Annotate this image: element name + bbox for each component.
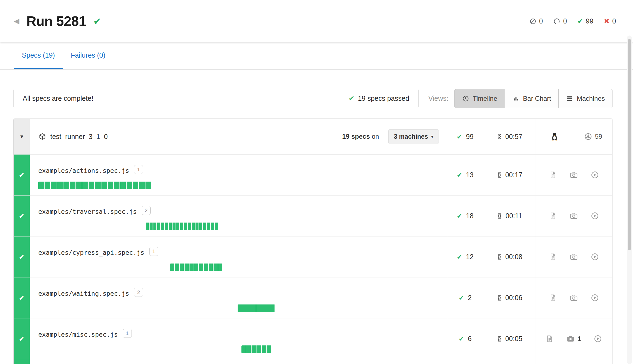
view-bar-chart-label: Bar Chart	[523, 95, 551, 102]
group-collapse-button[interactable]: ▾	[14, 119, 30, 154]
view-timeline-button[interactable]: Timeline	[454, 89, 505, 108]
output-log-icon[interactable]	[549, 253, 557, 261]
spec-file-name[interactable]: examples/traversal.spec.js	[38, 208, 137, 215]
group-info-cell: test_runner_3_1_0 19 specs on 3 machines…	[30, 119, 447, 154]
check-icon: ✔	[19, 253, 25, 261]
spec-passed-cell: ✔ 13	[447, 155, 483, 195]
spec-artifacts-cell	[535, 277, 612, 318]
screenshots-icon	[566, 335, 575, 343]
check-icon: ✔	[457, 212, 462, 219]
hourglass-icon	[496, 172, 503, 178]
video-play-icon[interactable]	[591, 253, 599, 261]
hourglass-icon	[496, 295, 503, 301]
header: ◀ Run 5281 ✔ 0 0 ✔ 99 ✖ 0	[0, 0, 633, 42]
spec-duration: 00:08	[505, 253, 523, 261]
screenshots-icon[interactable]	[570, 171, 578, 179]
output-log-icon[interactable]	[546, 335, 554, 343]
machines-icon	[566, 95, 573, 102]
spec-passed-count: 18	[466, 212, 474, 220]
spec-cell: examples/cypress_api.spec.js 1	[30, 236, 447, 277]
machines-dropdown[interactable]: 3 machines ▾	[388, 129, 439, 144]
spec-machine-badge: 1	[123, 329, 132, 338]
screenshots-icon[interactable]	[570, 212, 578, 220]
spec-artifacts-cell	[535, 155, 612, 195]
output-log-icon[interactable]	[549, 294, 557, 302]
spec-file-name[interactable]: examples/actions.spec.js	[38, 167, 129, 174]
toolbar: All specs are complete! ✔ 19 specs passe…	[13, 89, 612, 108]
spec-duration-cell: 00:17	[483, 155, 535, 195]
spec-machine-badge: 1	[134, 165, 143, 174]
stat-passed-count: 99	[586, 17, 593, 25]
spec-status-strip: ✔	[14, 155, 30, 195]
stat-passed: ✔ 99	[577, 17, 593, 25]
tab-failures[interactable]: Failures (0)	[63, 42, 113, 69]
check-icon: ✔	[19, 171, 25, 179]
video-play-icon[interactable]	[591, 212, 599, 220]
spec-passed-cell: ✔ 2	[447, 277, 483, 318]
spec-row: ✔ examples/actions.spec.js 1 ✔ 13 00:17	[14, 154, 612, 195]
group-duration: 00:57	[505, 133, 523, 141]
group-passed-cell: ✔ 99	[447, 119, 483, 154]
spec-file-name[interactable]: examples/misc.spec.js	[38, 331, 118, 338]
view-bar-chart-button[interactable]: Bar Chart	[505, 89, 559, 108]
group-duration-cell: 00:57	[483, 119, 535, 154]
spec-machine-badge: 2	[142, 206, 151, 215]
back-button[interactable]: ◀	[14, 17, 19, 25]
spec-file-name[interactable]: examples/waiting.spec.js	[38, 290, 129, 297]
timeline-bar[interactable]	[241, 345, 272, 353]
spec-row: ✔ examples/cypress_api.spec.js 1 ✔ 12 00…	[14, 236, 612, 277]
video-play-icon[interactable]	[594, 335, 602, 343]
screenshots-icon[interactable]	[570, 253, 578, 261]
spec-cell: examples/misc.spec.js 1	[30, 318, 447, 359]
screenshots-count: 1	[577, 335, 581, 343]
spec-duration-cell: 00:08	[483, 236, 535, 277]
scrollbar-thumb[interactable]	[628, 39, 631, 250]
spec-passed-count: 12	[466, 253, 474, 261]
os-cell	[535, 119, 574, 154]
view-machines-label: Machines	[577, 95, 605, 102]
output-log-icon[interactable]	[549, 171, 557, 179]
bar-chart-icon	[512, 95, 520, 102]
spec-duration-cell: 00:05	[483, 318, 535, 359]
spec-artifacts-cell	[535, 196, 612, 236]
spec-passed-cell: ✔ 6	[447, 318, 483, 359]
complete-banner: All specs are complete! ✔ 19 specs passe…	[13, 89, 419, 108]
specs-table: ▾ test_runner_3_1_0 19 specs on 3 machin…	[13, 119, 612, 364]
spec-file-name[interactable]: examples/cypress_api.spec.js	[38, 249, 144, 256]
spec-status-strip	[14, 359, 30, 364]
check-icon: ✔	[459, 335, 464, 342]
chrome-icon	[584, 132, 592, 141]
spec-cell: examples/waiting.spec.js 2	[30, 277, 447, 318]
view-machines-button[interactable]: Machines	[558, 89, 612, 108]
spec-status-strip: ✔	[14, 196, 30, 236]
tab-specs[interactable]: Specs (19)	[14, 42, 63, 69]
browser-version: 59	[595, 133, 602, 140]
timeline-bar[interactable]	[38, 182, 152, 189]
spec-artifacts-cell: 1	[535, 318, 612, 359]
spec-duration-cell: 00:06	[483, 277, 535, 318]
run-title: Run 5281	[27, 13, 86, 29]
output-log-icon[interactable]	[549, 212, 557, 220]
stat-failed-count: 0	[612, 17, 616, 25]
spec-passed-count: 13	[466, 171, 474, 179]
banner-passed-label: 19 specs passed	[358, 94, 409, 102]
browser-cell: 59	[574, 119, 612, 154]
video-play-icon[interactable]	[591, 171, 599, 179]
timeline-bar[interactable]	[146, 223, 218, 230]
run-stats: 0 0 ✔ 99 ✖ 0	[529, 17, 616, 25]
spec-duration: 00:17	[505, 171, 523, 179]
check-icon: ✔	[19, 335, 25, 342]
stat-pending: 0	[553, 17, 567, 25]
video-play-icon[interactable]	[591, 294, 599, 302]
banner-message: All specs are complete!	[23, 94, 93, 102]
screenshots-icon[interactable]	[570, 294, 578, 302]
screenshots-with-count[interactable]: 1	[566, 335, 581, 343]
run-passed-check-icon: ✔	[93, 16, 101, 26]
spec-status-strip: ✔	[14, 236, 30, 277]
stat-skipped-count: 0	[539, 17, 543, 25]
group-env-cell: 59	[535, 119, 612, 154]
banner-check-icon: ✔	[349, 95, 354, 102]
linux-icon	[550, 132, 559, 141]
timeline-bar[interactable]	[170, 264, 223, 271]
timeline-bar[interactable]	[238, 304, 275, 312]
